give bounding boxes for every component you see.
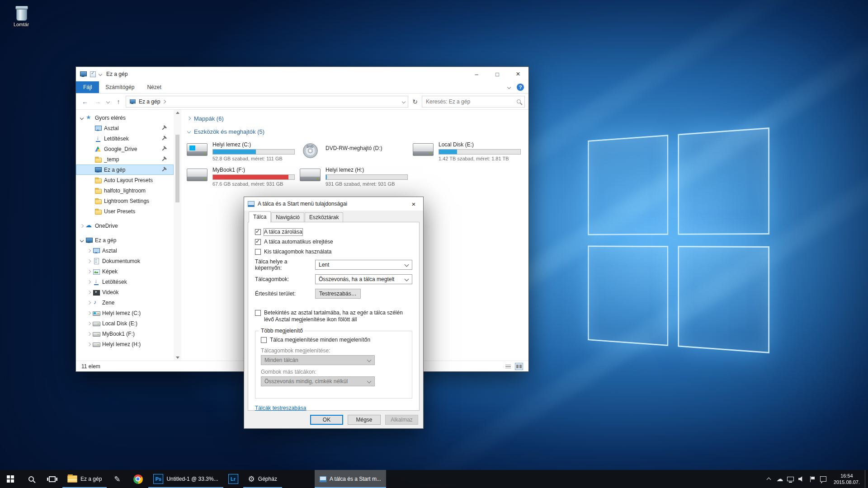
sidebar-item-auto-layout-presets[interactable]: Auto Layout Presets: [76, 175, 174, 185]
recycle-bin[interactable]: Lomtár: [6, 5, 36, 27]
security-tray-button[interactable]: [807, 470, 818, 488]
checkbox-icon[interactable]: [261, 337, 267, 343]
start-button[interactable]: [0, 470, 21, 488]
drive-tile-c[interactable]: Helyi lemez (C:) 52.8 GB szabad, méret: …: [186, 141, 299, 166]
drive-tile-f[interactable]: MyBook1 (F:) 67.6 GB szabad, méret: 931 …: [186, 166, 299, 191]
expander-icon[interactable]: [87, 332, 91, 335]
search-button[interactable]: [21, 470, 42, 488]
tab-toolbars[interactable]: Eszköztárak: [305, 212, 343, 222]
scrollbar-thumb[interactable]: [175, 135, 179, 202]
cancel-button[interactable]: Mégse: [348, 415, 381, 425]
sidebar-item-letoltesek[interactable]: Letöltések: [76, 133, 174, 144]
taskbar-app-settings[interactable]: Gépház: [243, 470, 282, 488]
tab-navigation[interactable]: Navigáció: [271, 212, 304, 222]
ok-button[interactable]: OK: [310, 415, 343, 425]
close-button[interactable]: ×: [508, 67, 528, 81]
taskbar-app-lightroom[interactable]: Lr: [223, 470, 243, 488]
sidebar-item-google-drive[interactable]: Google_Drive: [76, 144, 174, 154]
sidebar-section-quick-access[interactable]: Gyors elérés: [76, 113, 174, 123]
expander-icon[interactable]: [87, 249, 91, 252]
expander-icon[interactable]: [87, 300, 91, 304]
taskbar-app-taskbar-properties[interactable]: A tálca és a Start m...: [315, 470, 386, 488]
sidebar-item-user-presets[interactable]: User Presets: [76, 206, 174, 216]
customize-button[interactable]: Testreszabás…: [315, 289, 361, 299]
taskbar-app-chrome[interactable]: [127, 470, 148, 488]
tab-computer[interactable]: Számítógép: [99, 81, 141, 93]
sidebar-item-videok[interactable]: Videók: [76, 287, 174, 297]
checkbox-show-on-all-displays[interactable]: Tálca megjelenítése minden megjelenítőn: [261, 337, 406, 343]
breadcrumb[interactable]: Ez a gép: [139, 99, 160, 105]
history-chevron-icon[interactable]: [105, 96, 111, 107]
checkbox-lock-taskbar[interactable]: A tálca zárolása: [255, 229, 412, 235]
sidebar-item-zene[interactable]: Zene: [76, 297, 174, 308]
checkbox-autohide-taskbar[interactable]: A tálca automatikus elrejtése: [255, 239, 412, 245]
taskbar-buttons-dropdown[interactable]: Összevonás, ha a tálca megtelt: [315, 274, 412, 284]
taskbar-location-dropdown[interactable]: Lent: [315, 260, 412, 270]
large-icons-view-button[interactable]: [515, 363, 523, 370]
sidebar-item-pc-letoltesek[interactable]: Letöltések: [76, 277, 174, 287]
taskbar-app-explorer[interactable]: Ez a gép: [62, 470, 107, 488]
sidebar-item-ez-a-gep-selected[interactable]: Ez a gép: [76, 164, 174, 175]
sidebar-item-pc-asztal[interactable]: Asztal: [76, 245, 174, 256]
address-bar[interactable]: Ez a gép: [126, 96, 408, 108]
onedrive-tray-button[interactable]: [774, 470, 785, 488]
checkbox-icon[interactable]: [255, 249, 261, 255]
action-center-button[interactable]: [818, 470, 829, 488]
up-button[interactable]: ↑: [113, 96, 124, 107]
sidebar-item-temp[interactable]: _temp: [76, 154, 174, 164]
qat-customize-chevron-icon[interactable]: [99, 72, 102, 76]
checkbox-icon[interactable]: [255, 229, 261, 235]
hidden-icons-button[interactable]: [764, 470, 774, 488]
expander-icon[interactable]: [87, 259, 91, 263]
sidebar-item-drive-e[interactable]: Local Disk (E:): [76, 318, 174, 328]
details-view-button[interactable]: [504, 363, 512, 370]
sidebar-section-onedrive[interactable]: OneDrive: [76, 221, 174, 231]
minimize-button[interactable]: –: [466, 67, 487, 81]
scroll-up-icon[interactable]: [176, 112, 179, 114]
breadcrumb-chevron-icon[interactable]: [162, 99, 166, 103]
expand-ribbon-chevron-icon[interactable]: [507, 85, 511, 89]
checkbox-peek[interactable]: Betekintés az asztal tartalmába, ha az e…: [255, 310, 412, 323]
checkbox-icon[interactable]: [255, 239, 261, 245]
sidebar-item-drive-h[interactable]: Helyi lemez (H:): [76, 339, 174, 349]
properties-shortcut-icon[interactable]: [90, 71, 96, 77]
sidebar-item-dokumentumok[interactable]: Dokumentumok: [76, 256, 174, 266]
tab-view[interactable]: Nézet: [141, 81, 167, 93]
maximize-button[interactable]: □: [487, 67, 508, 81]
taskbar-app-pen[interactable]: [107, 470, 127, 488]
group-header-folders[interactable]: Mappák (6): [185, 115, 526, 122]
group-header-devices[interactable]: Eszközök és meghajtók (5): [185, 128, 526, 135]
clock[interactable]: 16:54 2015.08.07.: [829, 470, 865, 488]
drive-tile-h[interactable]: Helyi lemez (H:) 931 GB szabad, méret: 9…: [299, 166, 412, 191]
expander-icon[interactable]: [87, 269, 91, 273]
collapse-chevron-icon[interactable]: [187, 130, 191, 133]
expander-icon[interactable]: [87, 342, 91, 346]
expander-icon[interactable]: [87, 280, 91, 283]
sidebar-section-this-pc[interactable]: Ez a gép: [76, 235, 174, 245]
sidebar-scrollbar[interactable]: [174, 110, 181, 361]
scroll-down-icon[interactable]: [176, 357, 179, 359]
apply-button[interactable]: Alkalmaz: [385, 415, 418, 425]
tab-file[interactable]: Fájl: [76, 81, 99, 93]
sidebar-item-drive-c[interactable]: Helyi lemez (C:): [76, 308, 174, 318]
address-dropdown-chevron-icon[interactable]: [402, 99, 406, 103]
sidebar-item-halfoto-lightroom[interactable]: halfoto_lightroom: [76, 185, 174, 196]
drive-tile-e[interactable]: Local Disk (E:) 1.42 TB szabad, méret: 1…: [412, 141, 525, 166]
expander-icon[interactable]: [80, 238, 84, 242]
checkbox-small-buttons[interactable]: Kis tálcagombok használata: [255, 249, 412, 255]
tab-taskbar[interactable]: Tálca: [249, 211, 271, 222]
network-tray-button[interactable]: [785, 470, 796, 488]
expander-icon[interactable]: [80, 116, 84, 119]
refresh-button[interactable]: ↻: [410, 98, 420, 105]
show-desktop-button[interactable]: [865, 470, 868, 488]
forward-button[interactable]: →: [92, 96, 103, 107]
expander-icon[interactable]: [87, 311, 91, 314]
taskbar-app-photoshop[interactable]: Ps Untitled-1 @ 33.3%...: [148, 470, 223, 488]
collapse-chevron-icon[interactable]: [187, 117, 191, 120]
checkbox-icon[interactable]: [255, 310, 261, 316]
drive-tile-d[interactable]: DVD DVD-RW-meghajtó (D:): [299, 141, 412, 166]
sidebar-item-lightroom-settings[interactable]: Lightroom Settings: [76, 196, 174, 206]
expander-icon[interactable]: [87, 321, 91, 325]
customize-taskbars-link[interactable]: Tálcák testreszabása: [255, 405, 306, 411]
volume-tray-button[interactable]: [796, 470, 807, 488]
